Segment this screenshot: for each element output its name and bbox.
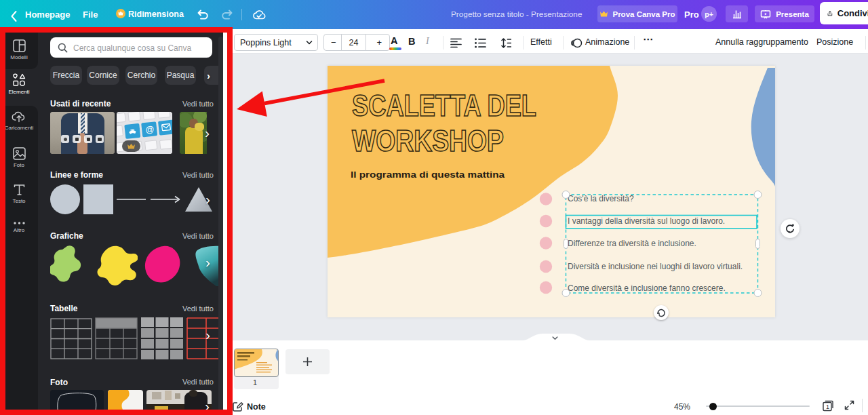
svg-text:@: @: [144, 124, 155, 135]
svg-text:Il programma di questa mattina: Il programma di questa mattina: [351, 170, 505, 180]
svg-text:I vantaggi della diversità sul: I vantaggi della diversità sul luogo di …: [568, 216, 725, 226]
svg-text:Differenze tra diversità e inc: Differenze tra diversità e inclusione.: [568, 239, 696, 248]
svg-text:SCALETTA DEL: SCALETTA DEL: [352, 88, 536, 123]
svg-text:WORKSHOP: WORKSHOP: [352, 123, 504, 158]
svg-text:1: 1: [826, 403, 829, 410]
svg-text:Cos'è la diversità?: Cos'è la diversità?: [568, 194, 634, 203]
svg-text:Diversità e inclusione nei luo: Diversità e inclusione nei luoghi di lav…: [568, 262, 743, 271]
svg-text:Come diversità e inclusione fa: Come diversità e inclusione fanno cresce…: [568, 283, 726, 293]
